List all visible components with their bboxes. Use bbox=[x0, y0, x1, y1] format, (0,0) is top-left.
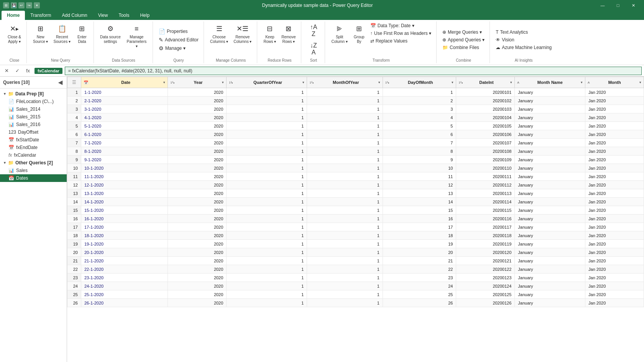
remove-rows-button[interactable]: ⊠ RemoveRows ▾ bbox=[279, 22, 298, 45]
replace-values-button[interactable]: ⇄ Replace Values bbox=[368, 38, 433, 44]
row-number-cell: 25 bbox=[67, 290, 81, 299]
col-header-monthabbr[interactable]: A Month ▾ bbox=[585, 77, 644, 88]
advanced-editor-button[interactable]: ✎ Advanced Editor bbox=[157, 36, 200, 44]
dropdown-icon[interactable]: ▾ bbox=[34, 2, 40, 8]
redo-icon[interactable]: ↪ bbox=[26, 2, 32, 8]
azure-ml-button[interactable]: ☁ Azure Machine Learning bbox=[494, 44, 554, 51]
merge-queries-button[interactable]: ⊕ Merge Queries ▾ bbox=[440, 29, 486, 36]
group-by-button[interactable]: ⊞ GroupBy bbox=[351, 22, 368, 45]
table-row: 11-1-2020202011120200101JanuaryJan 2020 bbox=[67, 88, 644, 97]
properties-label: Properties bbox=[167, 29, 188, 34]
properties-button[interactable]: 📄 Properties bbox=[157, 28, 200, 35]
choose-columns-button[interactable]: ☰ ChooseColumns ▾ bbox=[208, 22, 230, 45]
queries-collapse-button[interactable]: ◀ bbox=[57, 79, 64, 86]
title-bar-icons: ⊞ 💾 ↩ ↪ ▾ bbox=[3, 2, 40, 8]
quarter-col-name: QuarterOfYear bbox=[234, 80, 301, 85]
query-item-fx-start-date[interactable]: 📅 fxStartDate bbox=[0, 136, 67, 144]
query-item-fx-end-date[interactable]: 📅 fxEndDate bbox=[0, 144, 67, 151]
manage-button[interactable]: ⚙ Manage ▾ bbox=[157, 44, 200, 52]
new-source-button[interactable]: ⊞ NewSource ▾ bbox=[31, 22, 50, 45]
table-row: 33-1-2020202011320200103JanuaryJan 2020 bbox=[67, 105, 644, 113]
monthabbr-cell: Jan 2020 bbox=[585, 265, 644, 274]
query-group-data-prep[interactable]: ▼ 📁 Data Prep [8] bbox=[0, 90, 67, 98]
other-queries-label: Other Queries [2] bbox=[15, 160, 53, 165]
dateint-cell: 20200124 bbox=[456, 282, 515, 290]
col-header-date[interactable]: 📅 Date ▾ bbox=[81, 77, 168, 88]
col-header-year[interactable]: 1²₃ Year ▾ bbox=[168, 77, 227, 88]
tab-transform[interactable]: Transform bbox=[25, 11, 56, 20]
table-row: 2121-1-20202020112120200121JanuaryJan 20… bbox=[67, 257, 644, 265]
query-item-sales-2016[interactable]: 📊 Sales_2016 bbox=[0, 121, 67, 128]
date-col-dropdown[interactable]: ▾ bbox=[163, 80, 165, 84]
monthabbr-col-dropdown[interactable]: ▾ bbox=[639, 80, 641, 84]
data-type-button[interactable]: 📅 Data Type: Date ▾ bbox=[368, 22, 433, 29]
month-col-dropdown[interactable]: ▾ bbox=[378, 80, 380, 84]
query-group-other-queries[interactable]: ▼ 📁 Other Queries [2] bbox=[0, 159, 67, 167]
minimize-button[interactable]: — bbox=[595, 0, 610, 11]
quarter-col-dropdown[interactable]: ▾ bbox=[302, 80, 304, 84]
formula-input[interactable] bbox=[65, 67, 642, 75]
grid-container[interactable]: ☰ 📅 Date ▾ 1²₃ bbox=[67, 77, 644, 362]
keep-rows-button[interactable]: ⊟ KeepRows ▾ bbox=[261, 22, 278, 45]
vision-button[interactable]: 👁 Vision bbox=[494, 36, 554, 43]
day-col-dropdown[interactable]: ▾ bbox=[452, 80, 453, 84]
monthname-col-dropdown[interactable]: ▾ bbox=[581, 80, 583, 84]
split-column-button[interactable]: ⫸ SplitColumn ▾ bbox=[329, 22, 350, 45]
close-apply-button[interactable]: ✕▶ Close &Apply ▾ bbox=[5, 22, 23, 45]
query-item-file-location[interactable]: 📄 FileLocation (C\...) bbox=[0, 98, 67, 105]
dateint-col-dropdown[interactable]: ▾ bbox=[510, 80, 512, 84]
data-prep-label: Data Prep [8] bbox=[15, 91, 44, 97]
tab-view[interactable]: View bbox=[93, 11, 113, 20]
tab-help[interactable]: Help bbox=[135, 11, 155, 20]
row-number-cell: 24 bbox=[67, 282, 81, 290]
query-item-sales-2015[interactable]: 📊 Sales_2015 bbox=[0, 113, 67, 121]
quarter-cell: 1 bbox=[227, 164, 307, 172]
tab-tools[interactable]: Tools bbox=[113, 11, 135, 20]
dateint-cell: 20200107 bbox=[456, 139, 515, 147]
dateint-cell: 20200125 bbox=[456, 290, 515, 299]
col-header-month[interactable]: 1²₃ MonthOfYear ▾ bbox=[307, 77, 383, 88]
queries-panel: Queries [10] ◀ ▼ 📁 Data Prep [8] 📄 FileL… bbox=[0, 77, 67, 362]
row-number-cell: 19 bbox=[67, 240, 81, 248]
monthabbr-cell: Jan 2020 bbox=[585, 231, 644, 240]
append-queries-button[interactable]: ⊕ Append Queries ▾ bbox=[440, 36, 486, 43]
ribbon-group-close: ✕▶ Close &Apply ▾ Close bbox=[2, 21, 27, 63]
dates-label: Dates bbox=[16, 175, 28, 181]
col-header-monthname[interactable]: A Month Name ▾ bbox=[515, 77, 585, 88]
query-item-sales-2014[interactable]: 📊 Sales_2014 bbox=[0, 105, 67, 113]
combine-files-icon: 📁 bbox=[442, 45, 448, 50]
cancel-formula-button[interactable]: ✕ bbox=[2, 67, 11, 75]
date-cell: 9-1-2020 bbox=[81, 156, 168, 164]
tab-add-column[interactable]: Add Column bbox=[57, 11, 93, 20]
combine-files-label: Combine Files bbox=[450, 45, 479, 50]
query-item-day-offset[interactable]: 123 DayOffset bbox=[0, 128, 67, 136]
save-icon[interactable]: 💾 bbox=[11, 2, 17, 8]
use-first-row-button[interactable]: ↑ Use First Row as Headers ▾ bbox=[368, 30, 433, 37]
undo-icon[interactable]: ↩ bbox=[18, 2, 25, 8]
manage-parameters-button[interactable]: ≡ ManageParameters ▾ bbox=[124, 22, 150, 50]
recent-sources-button[interactable]: 📋 RecentSources ▾ bbox=[51, 22, 72, 45]
table-row: 2020-1-20202020112020200120JanuaryJan 20… bbox=[67, 248, 644, 257]
query-item-sales[interactable]: 📊 Sales bbox=[0, 167, 67, 174]
sort-desc-button[interactable]: ↓ZA bbox=[308, 41, 319, 57]
col-header-quarter[interactable]: 1²₃ QuarterOfYear ▾ bbox=[227, 77, 307, 88]
remove-columns-button[interactable]: ✕☰ RemoveColumns ▾ bbox=[231, 22, 254, 45]
tab-home[interactable]: Home bbox=[2, 11, 25, 20]
accept-formula-button[interactable]: ✓ bbox=[13, 67, 21, 75]
sales-2014-icon: 📊 bbox=[8, 106, 14, 112]
col-header-day[interactable]: 1²₃ DayOfMonth ▾ bbox=[383, 77, 456, 88]
query-item-dates[interactable]: 📅 Dates bbox=[0, 174, 67, 182]
fx-button[interactable]: fx bbox=[24, 67, 32, 75]
sort-asc-button[interactable]: ↑AZ bbox=[308, 22, 319, 39]
close-button[interactable]: ✕ bbox=[626, 0, 641, 11]
query-item-fx-calendar[interactable]: fx fxCalendar bbox=[0, 151, 67, 159]
col-header-dateint[interactable]: 1²₃ DateInt ▾ bbox=[456, 77, 515, 88]
day-cell: 2 bbox=[383, 97, 456, 105]
enter-data-button[interactable]: ⊞ EnterData bbox=[74, 22, 90, 45]
text-analytics-button[interactable]: T Text Analytics bbox=[494, 29, 554, 36]
data-source-settings-button[interactable]: ⚙ Data sourcesettings bbox=[98, 22, 123, 45]
year-col-dropdown[interactable]: ▾ bbox=[222, 80, 224, 84]
combine-files-button[interactable]: 📁 Combine Files bbox=[440, 44, 486, 51]
maximize-button[interactable]: □ bbox=[610, 0, 626, 11]
monthabbr-cell: Jan 2020 bbox=[585, 215, 644, 223]
